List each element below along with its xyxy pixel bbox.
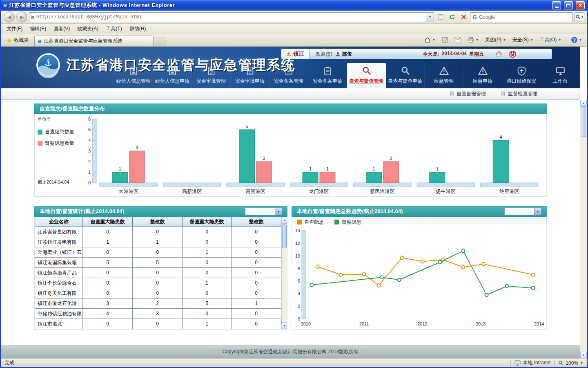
read-mail-button[interactable] (452, 36, 464, 44)
app-header: ⚓ 镇江 欢迎您! 陈俊 今天是: 2014-04-04 星期五 (1, 47, 580, 88)
stats-filter-combo[interactable]: ▼ (245, 208, 282, 215)
subnav-item[interactable]: 监督检查管理 (501, 90, 537, 97)
toolbar-button[interactable]: 页面(P)▼ (482, 35, 509, 45)
table-row[interactable]: 镇江奇美化工有限0000 (35, 288, 281, 298)
svg-text:2014: 2014 (534, 321, 544, 326)
nav-item[interactable]: 安全审批管理 (192, 63, 231, 88)
scrollbar-track[interactable] (580, 107, 587, 352)
home-shortcut-icon[interactable] (494, 50, 503, 58)
table-row[interactable]: 镇江市港龙0010 (35, 319, 281, 329)
table-row[interactable]: 金海宏业（镇江）石0010 (35, 247, 281, 258)
scrollbar-thumb[interactable] (282, 224, 287, 248)
help-button[interactable]: ? ▼ (568, 35, 585, 45)
scroll-up-icon[interactable]: ▲ (282, 217, 287, 224)
home-button[interactable]: ▼ (421, 35, 438, 45)
user-icon (335, 52, 341, 57)
url-input[interactable] (36, 14, 426, 20)
svg-text:大港港区: 大港港区 (119, 188, 138, 194)
web-page: ⚓ 镇江 欢迎您! 陈俊 今天是: 2014-04-04 星期五 (1, 47, 580, 359)
feeds-button[interactable] (439, 35, 451, 45)
date-label: 今天是: (423, 51, 439, 58)
legend-item: 督察隐患 (334, 219, 361, 226)
table-row[interactable]: 江苏镇江发电有限1100 (35, 237, 281, 247)
column-header: 自查重大隐患数 (83, 217, 133, 227)
zone-label: 本地 Intranet (523, 359, 550, 366)
nav-item[interactable]: 应急管理 (425, 63, 463, 88)
nav-item[interactable]: 安全审批申请 (231, 63, 270, 88)
table-row[interactable]: 镇江李长荣综合石0010 (35, 278, 281, 288)
close-button[interactable]: × (576, 1, 585, 9)
menu-item[interactable]: 工具(T) (102, 24, 125, 34)
url-history-dropdown[interactable]: ▼ (426, 13, 434, 22)
compatibility-view-icon[interactable] (436, 12, 445, 22)
value-cell: 0 (133, 227, 183, 237)
value-cell: 0 (232, 319, 281, 329)
nav-item-label: 安全审批管理 (196, 78, 226, 85)
chevron-down-icon[interactable]: ▼ (535, 208, 541, 215)
refresh-button[interactable] (447, 12, 457, 22)
toolbar-button[interactable]: 安全(S)▼ (510, 35, 536, 45)
minimize-button[interactable] (552, 1, 561, 9)
chevron-down-icon: ▼ (530, 38, 533, 41)
date-value: 2014-04-04 (442, 51, 467, 58)
nav-item[interactable]: 安全备案申请 (308, 63, 347, 88)
column-header: 企业名称 (35, 217, 83, 227)
maximize-icon (566, 4, 570, 7)
table-row[interactable]: 江苏索普集团有限0000 (35, 227, 281, 237)
clipboard-icon (284, 66, 294, 76)
search-input[interactable] (479, 14, 572, 20)
menu-item[interactable]: 帮助(H) (126, 24, 150, 34)
table-row[interactable]: 镇江市港龙石化港3251 (35, 298, 281, 309)
stop-button[interactable] (459, 12, 468, 22)
zoom-level: 100% (566, 360, 578, 366)
value-cell: 0 (133, 319, 183, 329)
svg-text:2: 2 (390, 156, 392, 161)
nav-item[interactable]: 安全备案管理 (270, 63, 308, 88)
line-chart: 0246810121420102011201220132014 (292, 227, 546, 329)
company-name-cell: 镇江恒泰沥青产品 (35, 268, 83, 278)
print-button[interactable]: ▼ (465, 35, 481, 45)
subnav-item-label: 监督检查管理 (508, 90, 537, 97)
status-bar: 完成 本地 Intranet 100% ▼ (1, 359, 587, 367)
table-row[interactable]: 镇江恒泰沥青产品0000 (35, 268, 281, 278)
scroll-up-icon[interactable]: ▲ (580, 100, 587, 107)
tab-active[interactable]: e 江苏省港口安全监管与应急管理系统 (34, 36, 154, 46)
back-button[interactable]: ◀ (4, 11, 15, 22)
new-tab-button[interactable] (155, 38, 165, 46)
nav-item[interactable]: 应急申请 (463, 63, 502, 88)
favorites-button[interactable]: ★ 收藏夹 (3, 35, 33, 46)
scrollbar-track[interactable] (282, 224, 287, 322)
svg-text:4: 4 (499, 135, 502, 139)
nav-item[interactable]: 自查与督查管理 (347, 63, 386, 88)
menu-item[interactable]: 文件(F) (3, 24, 26, 34)
svg-text:⚓: ⚓ (44, 58, 52, 68)
scrollbar-thumb[interactable] (581, 108, 586, 137)
table-scrollbar[interactable]: ▲ ▼ (281, 217, 287, 329)
nav-item[interactable]: 经营人信息管理 (114, 63, 153, 88)
menu-item[interactable]: 查看(V) (50, 24, 74, 34)
menu-item[interactable]: 编辑(E) (26, 24, 50, 34)
menu-item[interactable]: 收藏夹(A) (74, 24, 102, 34)
nav-item[interactable]: 经营人信息申请 (153, 63, 192, 88)
forward-button[interactable]: ▶ (16, 11, 27, 22)
subnav-item[interactable]: 自查自报管理 (449, 90, 486, 97)
nav-item[interactable]: 港口设施保安 (502, 63, 541, 88)
nav-item[interactable]: 自查与督查申请 (386, 63, 425, 88)
user-name: 陈俊 (342, 51, 352, 58)
chevron-down-icon[interactable]: ▼ (275, 208, 282, 215)
table-row[interactable]: 中储粮镇江粮油有限4300 (35, 309, 281, 319)
page-scrollbar[interactable]: ▲ ▼ (580, 100, 587, 359)
toolbar-button[interactable]: 工具(O)▼ (537, 35, 564, 45)
logout-icon[interactable] (508, 50, 517, 58)
search-button[interactable]: ▼ (575, 12, 584, 22)
browser-window: e 江苏省港口安全监管与应急管理系统 - Windows Internet Ex… (0, 0, 588, 368)
city-selector[interactable]: ⚓ 镇江 (281, 49, 310, 59)
zoom-control[interactable]: 100% ▼ (554, 360, 587, 366)
scroll-down-icon[interactable]: ▼ (282, 322, 287, 329)
svg-text:1: 1 (88, 170, 91, 175)
scroll-down-icon[interactable]: ▼ (580, 352, 587, 359)
table-row[interactable]: 镇江港国际集装箱5500 (35, 258, 281, 268)
trend-filter-combo[interactable]: ▼ (504, 208, 541, 215)
nav-item[interactable]: 工作台 (541, 63, 580, 88)
maximize-button[interactable] (564, 1, 573, 9)
